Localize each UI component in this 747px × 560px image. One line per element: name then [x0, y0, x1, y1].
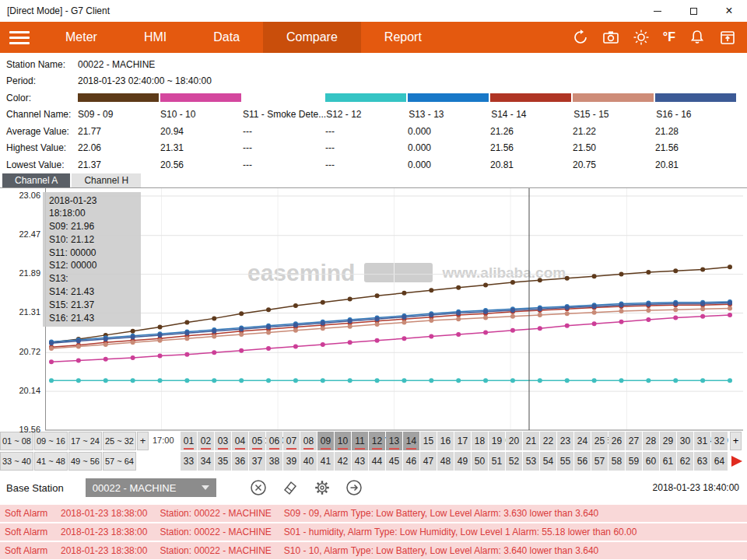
channel-cell-20[interactable]: 20	[506, 432, 522, 450]
channel-cell-36[interactable]: 36	[232, 452, 248, 471]
channel-cell-32[interactable]: 32	[711, 432, 728, 450]
channel-cell-37[interactable]: 37	[249, 452, 265, 471]
channel-cell-09[interactable]: 09	[317, 432, 334, 450]
go-button[interactable]	[345, 478, 363, 497]
alarm-row[interactable]: Soft Alarm2018-01-23 18:38:00Station: 00…	[0, 542, 747, 559]
channel-cell-15[interactable]: 15	[420, 432, 437, 450]
channel-cell-58[interactable]: 58	[608, 452, 625, 471]
channel-cell-51[interactable]: 51	[489, 452, 505, 471]
channel-cell-49[interactable]: 49	[454, 452, 471, 471]
channel-cell-14[interactable]: 14	[403, 432, 419, 450]
channel-cell-35[interactable]: 35	[215, 452, 231, 471]
channel-cell-21[interactable]: 21	[523, 432, 539, 450]
channel-cell-43[interactable]: 43	[352, 452, 368, 471]
close-button[interactable]: ×	[711, 0, 747, 22]
channel-cell-12[interactable]: 12	[369, 432, 385, 450]
channel-cell-40[interactable]: 40	[300, 452, 317, 471]
nav-item-compare[interactable]: Compare	[263, 22, 361, 53]
channel-cell-18[interactable]: 18	[472, 432, 488, 450]
tab-channel-h[interactable]: Channel H	[72, 173, 141, 187]
channel-cell-54[interactable]: 54	[540, 452, 556, 471]
channel-cell-31[interactable]: 31	[694, 432, 710, 450]
channel-group-button[interactable]: 17 ~ 24	[68, 432, 102, 450]
channel-cell-48[interactable]: 48	[437, 452, 454, 471]
channel-group-button[interactable]: 09 ~ 16	[34, 432, 68, 450]
channel-cell-60[interactable]: 60	[643, 452, 659, 471]
refresh-button[interactable]	[572, 29, 589, 46]
alarm-mute-button[interactable]	[689, 29, 706, 46]
alarm-row[interactable]: Soft Alarm2018-01-23 18:38:00Station: 00…	[0, 523, 747, 541]
hamburger-menu-button[interactable]	[9, 28, 30, 47]
channel-cell-23[interactable]: 23	[557, 432, 573, 450]
channel-cell-05[interactable]: 05	[249, 432, 265, 450]
channel-cell-13[interactable]: 13	[386, 432, 402, 450]
channel-group-button[interactable]: 49 ~ 56	[68, 452, 102, 471]
channel-cell-50[interactable]: 50	[472, 452, 488, 471]
channel-cell-25[interactable]: 25	[591, 432, 608, 450]
channel-cell-06[interactable]: 06	[266, 432, 282, 450]
channel-cell-19[interactable]: 19	[489, 432, 505, 450]
channel-cell-11[interactable]: 11	[352, 432, 368, 450]
channel-cell-07[interactable]: 07	[283, 432, 300, 450]
screenshot-button[interactable]	[602, 29, 619, 46]
nav-item-data[interactable]: Data	[190, 22, 263, 53]
add-channel-button[interactable]: +	[730, 432, 742, 450]
settings-button[interactable]	[313, 478, 331, 497]
channel-cell-61[interactable]: 61	[660, 452, 676, 471]
channel-cell-59[interactable]: 59	[626, 452, 642, 471]
channel-cell-62[interactable]: 62	[677, 452, 693, 471]
channel-cell-24[interactable]: 24	[574, 432, 591, 450]
channel-cell-03[interactable]: 03	[215, 432, 231, 450]
channel-cell-56[interactable]: 56	[574, 452, 591, 471]
channel-cell-16[interactable]: 16	[437, 432, 454, 450]
nav-item-meter[interactable]: Meter	[42, 22, 121, 53]
brightness-button[interactable]	[633, 29, 650, 46]
channel-cell-52[interactable]: 52	[506, 452, 522, 471]
channel-cell-10[interactable]: 10	[335, 432, 351, 450]
channel-group-button[interactable]: 57 ~ 64	[103, 452, 136, 471]
maximize-button[interactable]	[675, 0, 711, 22]
channel-cell-55[interactable]: 55	[557, 452, 573, 471]
clear-button[interactable]	[249, 478, 268, 497]
base-station-dropdown[interactable]: 00022 - MACHINE	[86, 478, 216, 497]
channel-group-button[interactable]: 33 ~ 40	[0, 452, 33, 471]
channel-cell-28[interactable]: 28	[643, 432, 659, 450]
channel-cell-39[interactable]: 39	[283, 452, 300, 471]
channel-cell-42[interactable]: 42	[335, 452, 351, 471]
chart-plot-area[interactable]	[45, 188, 743, 431]
channel-group-button[interactable]: 01 ~ 08	[0, 432, 33, 450]
minimize-button[interactable]	[640, 0, 675, 22]
erase-button[interactable]	[281, 478, 300, 497]
channel-cell-17[interactable]: 17	[454, 432, 471, 450]
channel-cell-04[interactable]: 04	[232, 432, 248, 450]
add-group-button[interactable]: +	[137, 432, 149, 450]
alarm-row[interactable]: Soft Alarm2018-01-23 18:38:00Station: 00…	[0, 505, 747, 522]
channel-cell-27[interactable]: 27	[626, 432, 642, 450]
tab-channel-a[interactable]: Channel A	[2, 173, 70, 187]
channel-group-button[interactable]: 25 ~ 32	[103, 432, 136, 450]
channel-cell-44[interactable]: 44	[369, 452, 385, 471]
channel-group-button[interactable]: 41 ~ 48	[34, 452, 68, 471]
channel-cell-34[interactable]: 34	[198, 452, 214, 471]
channel-cell-08[interactable]: 08	[300, 432, 317, 450]
channel-cell-29[interactable]: 29	[660, 432, 676, 450]
temperature-unit-button[interactable]: °F	[663, 30, 675, 44]
channel-cell-02[interactable]: 02	[198, 432, 214, 450]
channel-cell-57[interactable]: 57	[591, 452, 608, 471]
channel-cell-26[interactable]: 26	[608, 432, 625, 450]
channel-cell-38[interactable]: 38	[266, 452, 282, 471]
channel-cell-63[interactable]: 63	[694, 452, 710, 471]
save-alarm-button[interactable]	[719, 29, 736, 46]
channel-cell-45[interactable]: 45	[386, 452, 402, 471]
channel-cell-46[interactable]: 46	[403, 452, 419, 471]
nav-item-report[interactable]: Report	[361, 22, 445, 53]
channel-cell-30[interactable]: 30	[677, 432, 693, 450]
channel-cell-47[interactable]: 47	[420, 452, 437, 471]
channel-cell-41[interactable]: 41	[317, 452, 334, 471]
channel-cell-53[interactable]: 53	[523, 452, 539, 471]
scroll-right-arrow[interactable]	[731, 456, 742, 467]
channel-cell-01[interactable]: 01	[181, 432, 197, 450]
nav-item-hmi[interactable]: HMI	[121, 22, 190, 53]
channel-cell-33[interactable]: 33	[181, 452, 197, 471]
channel-cell-22[interactable]: 22	[540, 432, 556, 450]
